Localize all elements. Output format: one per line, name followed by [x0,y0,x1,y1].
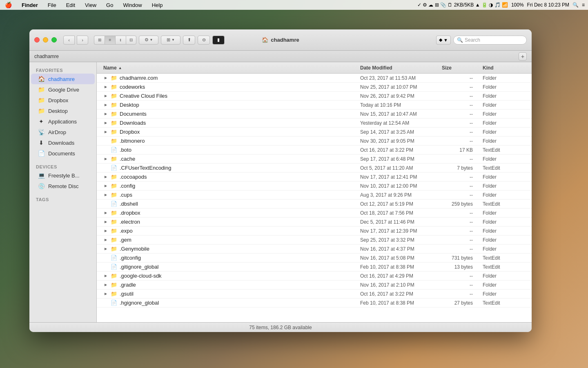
maximize-button[interactable] [51,37,57,43]
table-row[interactable]: ▶ 📁 codeworks Nov 25, 2017 at 10:07 PM -… [97,83,532,92]
expand-arrow[interactable]: ▶ [103,283,108,287]
sidebar-item-applications[interactable]: ✦ Applications [31,116,95,127]
expand-arrow[interactable]: ▶ [103,247,108,251]
expand-arrow[interactable] [103,265,108,269]
expand-arrow[interactable]: ▶ [103,238,108,242]
sidebar-item-chadhamre[interactable]: 🏠 chadhamre [31,74,95,84]
table-row[interactable]: ▶ 📁 .expo Nov 17, 2017 at 12:39 PM -- Fo… [97,227,532,236]
back-button[interactable]: ‹ [63,36,75,45]
expand-arrow[interactable]: ▶ [103,157,108,162]
breadcrumb: chadhamre [34,54,59,59]
minimize-button[interactable] [43,37,48,43]
table-row[interactable]: 📄 .gitignore_global Feb 10, 2017 at 8:38… [97,263,532,272]
table-row[interactable]: ▶ 📁 .google-cloud-sdk Oct 16, 2017 at 4:… [97,272,532,280]
table-row[interactable]: ▶ 📁 .config Nov 10, 2017 at 12:00 PM -- … [97,182,532,191]
table-row[interactable]: 📁 .bitmonero Nov 30, 2017 at 9:05 PM -- … [97,137,532,146]
modified-column-header[interactable]: Date Modified [357,65,439,71]
table-row[interactable]: ▶ 📁 .electron Dec 5, 2017 at 11:46 PM --… [97,218,532,227]
sidebar-item-dropbox[interactable]: 📁 Dropbox [31,95,95,105]
name-column-header[interactable]: Name ▲ [100,65,357,71]
expand-arrow[interactable]: ▶ [103,220,108,224]
file-name-text: codeworks [120,84,145,90]
menubar-window[interactable]: Window [121,2,143,8]
gear-icon: ⚙ [145,37,149,43]
expand-arrow[interactable]: ▶ [103,94,108,99]
table-row[interactable]: ▶ 📁 .cups Aug 3, 2017 at 9:26 PM -- Fold… [97,191,532,200]
apple-menu[interactable]: 🍎 [3,2,13,8]
table-row[interactable]: ▶ 📁 chadhamre.com Oct 23, 2017 at 11:53 … [97,74,532,83]
expand-arrow[interactable]: ▶ [103,76,108,81]
expand-arrow[interactable]: ▶ [103,193,108,197]
folder-icon: 📁 [38,86,45,93]
list-view-button[interactable]: ≡ [105,36,115,45]
expand-arrow[interactable] [103,301,108,305]
table-row[interactable]: 📄 .gitconfig Nov 16, 2017 at 5:08 PM 731… [97,254,532,263]
menubar-help[interactable]: Help [150,2,165,8]
terminal-button[interactable]: ▮ [212,36,225,45]
menubar-view[interactable]: View [83,2,98,8]
expand-arrow[interactable]: ▶ [103,85,108,90]
expand-arrow[interactable]: ▶ [103,184,108,188]
table-row[interactable]: ▶ 📁 Documents Nov 15, 2017 at 10:47 AM -… [97,110,532,119]
sidebar-item-downloads[interactable]: ⬇ Downloads [31,137,95,148]
table-row[interactable]: ▶ 📁 Downloads Yesterday at 12:54 AM -- F… [97,119,532,128]
table-row[interactable]: ▶ 📁 Creative Cloud Files Nov 26, 2017 at… [97,92,532,101]
expand-arrow[interactable] [103,148,108,153]
cover-flow-button[interactable]: ⊟ [126,36,136,45]
expand-arrow[interactable] [103,256,108,260]
sidebar-item-remote-disc[interactable]: 💿 Remote Disc [31,181,95,191]
column-view-button[interactable]: ⫾ [115,36,126,45]
menubar-go[interactable]: Go [105,2,115,8]
expand-arrow[interactable]: ▶ [103,211,108,215]
expand-arrow[interactable]: ▶ [103,130,108,135]
arrange-button[interactable]: ⊞ ▼ [161,36,180,45]
table-row[interactable]: 📄 .hgignore_global Feb 10, 2017 at 8:38 … [97,298,532,307]
table-row[interactable]: 📄 .boto Oct 16, 2017 at 3:22 PM 17 KB Te… [97,146,532,155]
add-tab-button[interactable]: + [519,52,527,61]
expand-arrow[interactable]: ▶ [103,229,108,233]
size-column-header[interactable]: Size [439,65,479,71]
sidebar-item-desktop[interactable]: 📁 Desktop [31,105,95,116]
close-button[interactable] [34,37,40,43]
action-button[interactable]: ⚙ ▼ [139,36,158,45]
menubar-edit[interactable]: Edit [65,2,77,8]
table-row[interactable]: ▶ 📁 .cocoapods Nov 17, 2017 at 12:41 PM … [97,173,532,182]
menubar-file[interactable]: File [46,2,58,8]
expand-arrow[interactable] [103,166,108,171]
sidebar-item-documents[interactable]: 📄 Documents [31,148,95,159]
file-kind: Folder [479,111,528,117]
table-row[interactable]: ▶ 📁 .cache Sep 17, 2017 at 6:48 PM -- Fo… [97,155,532,164]
table-row[interactable]: ▶ 📁 .gradle Nov 16, 2017 at 2:10 PM -- F… [97,280,532,289]
tag-button[interactable]: ⊖ [198,36,210,45]
expand-arrow[interactable]: ▶ [103,292,108,296]
search-box[interactable]: 🔍 Search [453,36,527,45]
expand-arrow[interactable]: ▶ [103,274,108,278]
expand-arrow[interactable]: ▶ [103,121,108,126]
menubar-list-icon[interactable]: ≡ [582,2,585,8]
sidebar-item-freestyle[interactable]: 💻 Freestyle B... [31,170,95,181]
dropbox-button[interactable]: ◆ ▼ [436,36,451,45]
table-row[interactable]: ▶ 📁 Desktop Today at 10:16 PM -- Folder [97,101,532,110]
expand-arrow[interactable] [103,202,108,206]
table-row[interactable]: ▶ 📁 .Genymobile Nov 16, 2017 at 4:37 PM … [97,245,532,254]
expand-arrow[interactable]: ▶ [103,112,108,117]
forward-button[interactable]: › [77,36,88,45]
menubar-search-icon[interactable]: 🔍 [572,2,579,8]
icon-view-button[interactable]: ⊞ [94,36,105,45]
file-kind: Folder [479,291,528,297]
table-row[interactable]: 📄 .CFUserTextEncoding Oct 5, 2017 at 11:… [97,164,532,173]
sidebar-item-google-drive[interactable]: 📁 Google Drive [31,84,95,95]
dropbox-icon: ◆ [439,37,442,43]
share-button[interactable]: ⬆ [183,36,195,45]
table-row[interactable]: ▶ 📁 Dropbox Sep 14, 2017 at 3:25 AM -- F… [97,128,532,137]
table-row[interactable]: ▶ 📁 .gsutil Oct 16, 2017 at 3:22 PM -- F… [97,289,532,298]
expand-arrow[interactable] [103,139,108,144]
table-row[interactable]: ▶ 📁 .gem Sep 25, 2017 at 3:32 PM -- Fold… [97,236,532,245]
expand-arrow[interactable]: ▶ [103,103,108,108]
kind-column-header[interactable]: Kind [479,65,528,71]
table-row[interactable]: 📄 .dbshell Oct 12, 2017 at 5:19 PM 259 b… [97,200,532,209]
menubar-finder[interactable]: Finder [20,2,40,8]
sidebar-item-airdrop[interactable]: 📡 AirDrop [31,127,95,137]
expand-arrow[interactable]: ▶ [103,175,108,180]
table-row[interactable]: ▶ 📁 .dropbox Oct 18, 2017 at 7:56 PM -- … [97,209,532,218]
